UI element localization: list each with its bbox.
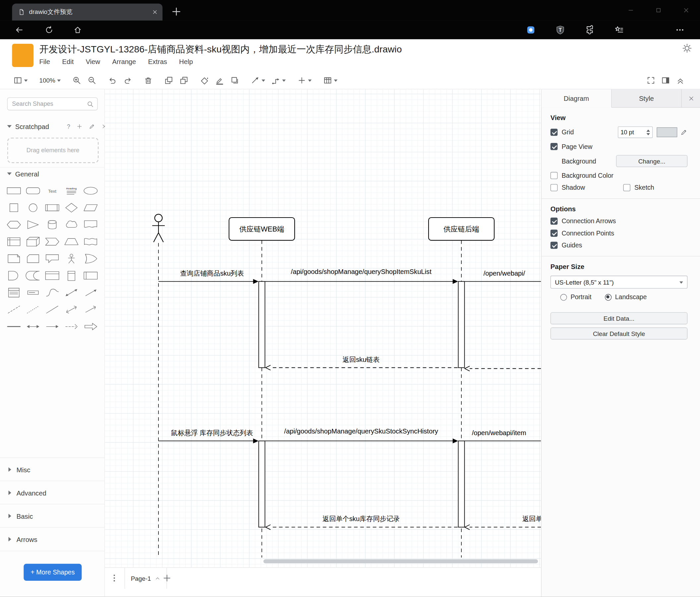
paper-size-select[interactable]: US-Letter (8,5" x 11") <box>551 276 688 289</box>
connection-style-button[interactable] <box>251 76 265 85</box>
waypoint-style-button[interactable] <box>271 76 286 85</box>
favorites-hub-icon[interactable] <box>614 25 624 35</box>
connection-arrows-checkbox[interactable] <box>551 218 558 225</box>
section-general[interactable]: General <box>0 167 105 180</box>
table-button[interactable] <box>323 76 338 85</box>
landscape-radio[interactable] <box>605 294 611 301</box>
shape-and[interactable] <box>5 269 23 283</box>
sequence-diagram[interactable]: 供应链WEB端 供应链后端 查询店铺商品sku列表 /api/goods/sho… <box>105 89 541 563</box>
scratchpad-drop-zone[interactable]: Drag elements here <box>7 138 99 163</box>
menu-help[interactable]: Help <box>179 58 193 65</box>
shape-horizontal-line[interactable] <box>5 319 23 334</box>
delete-icon[interactable] <box>144 76 152 85</box>
page-tab[interactable]: Page-1 <box>125 568 167 589</box>
extension-icon-blue[interactable] <box>526 25 536 35</box>
connection-points-checkbox[interactable] <box>551 230 558 237</box>
shape-parallelogram[interactable] <box>81 201 99 215</box>
scratchpad-edit-icon[interactable] <box>89 123 95 130</box>
shape-horizontal-double-arrow[interactable] <box>24 319 42 334</box>
shadow-checkbox[interactable] <box>551 184 558 191</box>
portrait-option[interactable]: Portrait <box>560 293 591 301</box>
shape-cube[interactable] <box>24 235 42 249</box>
scratchpad-header[interactable]: Scratchpad ? <box>0 120 105 133</box>
line-color-icon[interactable] <box>215 76 224 85</box>
shape-process[interactable] <box>43 201 61 215</box>
more-shapes-button[interactable]: + More Shapes <box>24 564 81 581</box>
panel-close-icon[interactable] <box>688 95 695 101</box>
extensions-puzzle-icon[interactable] <box>585 25 595 35</box>
menu-arrange[interactable]: Arrange <box>112 58 136 65</box>
tab-diagram[interactable]: Diagram <box>542 89 611 108</box>
search-icon[interactable] <box>86 100 94 108</box>
actor-figure[interactable] <box>152 214 165 242</box>
activation-bar[interactable] <box>259 282 265 368</box>
add-page-icon[interactable] <box>162 573 172 583</box>
activation-bar[interactable] <box>259 441 265 527</box>
shape-curve[interactable] <box>43 286 61 300</box>
menu-view[interactable]: View <box>86 58 100 65</box>
shape-text[interactable]: Text <box>43 184 61 198</box>
shape-vertical-container[interactable] <box>62 269 80 283</box>
shape-note[interactable] <box>5 252 23 266</box>
redo-icon[interactable] <box>123 76 132 85</box>
shape-cloud[interactable] <box>62 218 80 232</box>
shape-trapezoid[interactable] <box>62 235 80 249</box>
undo-icon[interactable] <box>108 76 117 85</box>
shape-cylinder[interactable] <box>43 218 61 232</box>
menu-edit[interactable]: Edit <box>62 58 74 65</box>
pages-menu-icon[interactable] <box>109 573 119 583</box>
shape-document[interactable] <box>81 218 99 232</box>
browser-tab[interactable]: drawio文件预览 <box>12 4 162 21</box>
edit-data-button[interactable]: Edit Data... <box>551 312 688 325</box>
shape-dashed-arrow[interactable] <box>62 319 80 334</box>
collapse-toolbar-icon[interactable] <box>676 76 685 85</box>
diagram-canvas[interactable]: 供应链WEB端 供应链后端 查询店铺商品sku列表 /api/goods/sho… <box>105 89 541 567</box>
shape-container[interactable] <box>43 269 61 283</box>
shape-square[interactable] <box>5 201 23 215</box>
sketch-checkbox[interactable] <box>623 184 630 191</box>
shape-data-storage[interactable] <box>24 269 42 283</box>
zoom-in-icon[interactable] <box>72 76 81 85</box>
menu-file[interactable]: File <box>40 58 50 65</box>
home-icon[interactable] <box>73 26 82 34</box>
grid-size-input[interactable]: 10 pt <box>618 126 653 138</box>
shape-or[interactable] <box>81 252 99 266</box>
clear-default-style-button[interactable]: Clear Default Style <box>551 327 688 339</box>
shape-triangle[interactable] <box>24 218 42 232</box>
shape-diamond[interactable] <box>62 201 80 215</box>
browser-menu-icon[interactable] <box>675 25 685 35</box>
shape-line[interactable] <box>43 303 61 317</box>
shape-bidirectional-connector[interactable] <box>62 303 80 317</box>
shape-horizontal-arrow[interactable] <box>43 319 61 334</box>
shape-list-item[interactable] <box>24 286 42 300</box>
window-close-button[interactable] <box>672 0 700 21</box>
change-background-button[interactable]: Change... <box>616 155 688 167</box>
canvas-horizontal-scrollbar[interactable] <box>264 559 538 563</box>
shape-textbox[interactable]: Heading <box>62 184 80 198</box>
zoom-dropdown[interactable]: 100% <box>40 77 61 84</box>
new-tab-button[interactable] <box>171 6 182 18</box>
shape-dotted-line[interactable] <box>24 303 42 317</box>
format-panel-toggle-icon[interactable] <box>661 76 670 85</box>
insert-button[interactable] <box>297 76 311 85</box>
shape-list[interactable] <box>5 286 23 300</box>
tab-close-icon[interactable] <box>152 9 158 15</box>
refresh-icon[interactable] <box>45 26 54 34</box>
shape-dashed-line[interactable] <box>5 303 23 317</box>
section-misc[interactable]: Misc <box>0 457 105 481</box>
theme-toggle-sun-icon[interactable] <box>682 44 692 53</box>
shape-hexagon[interactable] <box>5 218 23 232</box>
shape-step[interactable] <box>43 235 61 249</box>
page-view-checkbox[interactable] <box>551 143 558 150</box>
to-back-icon[interactable] <box>179 76 188 85</box>
portrait-radio[interactable] <box>560 294 567 301</box>
back-icon[interactable] <box>15 26 24 34</box>
shape-callout[interactable] <box>43 252 61 266</box>
grid-color-edit-icon[interactable] <box>680 129 688 136</box>
activation-bar[interactable] <box>458 441 465 527</box>
shadow-icon[interactable] <box>230 76 239 85</box>
background-color-checkbox[interactable] <box>551 172 558 180</box>
section-arrows[interactable]: Arrows <box>0 527 105 551</box>
grid-checkbox[interactable] <box>551 129 558 136</box>
shield-extension-icon[interactable]: T <box>555 25 566 35</box>
